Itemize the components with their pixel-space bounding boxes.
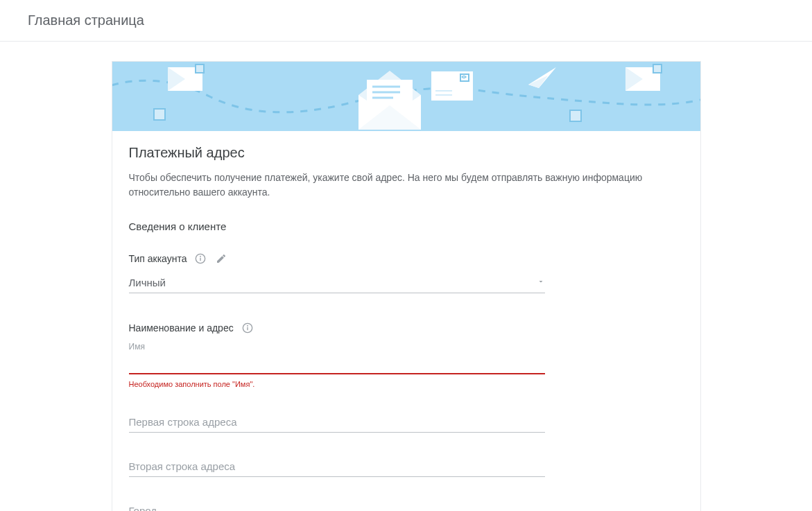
svg-point-27 [247,325,248,326]
name-input[interactable] [129,353,545,374]
svg-rect-4 [154,109,165,120]
name-label: Имя [129,342,545,352]
card-title: Платежный адрес [129,145,684,161]
address1-input[interactable] [129,409,545,433]
account-type-value: Личный [129,272,545,293]
address2-input[interactable] [129,453,545,477]
info-icon[interactable] [241,321,254,335]
info-icon[interactable] [193,252,207,266]
svg-rect-12 [431,71,473,101]
address1-field [129,409,545,433]
account-type-label: Тип аккаунта [129,253,187,264]
address2-field [129,453,545,477]
name-address-label: Наименование и адрес [129,322,234,334]
svg-rect-20 [653,64,662,73]
mail-illustration [112,62,700,131]
account-type-row: Тип аккаунта [129,252,684,266]
card-body: Платежный адрес Чтобы обеспечить получен… [112,131,700,511]
card-description: Чтобы обеспечить получение платежей, ука… [129,171,684,200]
page-title: Главная страница [28,12,784,28]
name-field: Имя Необходимо заполнить поле "Имя". [129,342,545,388]
city-field [129,498,545,511]
city-input[interactable] [129,498,545,511]
name-address-row: Наименование и адрес [129,321,684,335]
billing-address-card: Платежный адрес Чтобы обеспечить получен… [112,61,701,511]
account-type-select[interactable]: Личный [129,272,545,293]
page-header: Главная страница [0,0,812,42]
name-error: Необходимо заполнить поле "Имя". [129,380,545,388]
svg-rect-2 [196,64,204,73]
banner-illustration [112,62,700,131]
edit-icon[interactable] [214,252,228,266]
svg-rect-18 [570,110,581,121]
client-info-heading: Сведения о клиенте [129,220,684,232]
svg-point-24 [200,256,201,257]
